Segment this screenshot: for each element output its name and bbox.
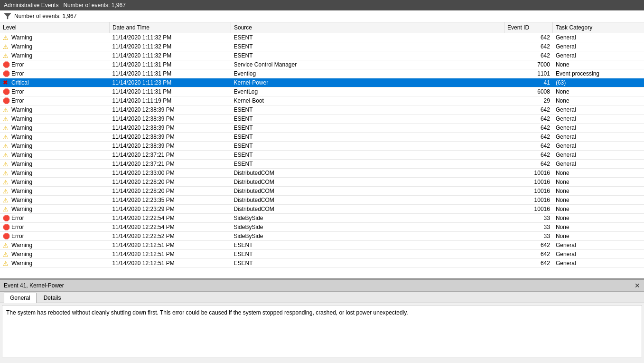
level-label: Warning bbox=[11, 124, 32, 131]
table-row[interactable]: Warning11/14/2020 12:23:29 PMDistributed… bbox=[0, 205, 644, 214]
level-label: Warning bbox=[11, 170, 32, 176]
taskcategory-cell: None bbox=[553, 187, 644, 196]
eventid-cell: 10016 bbox=[504, 187, 553, 196]
table-row[interactable]: Warning11/14/2020 12:28:20 PMDistributed… bbox=[0, 187, 644, 196]
table-row[interactable]: Warning11/14/2020 12:37:21 PMESENT642Gen… bbox=[0, 151, 644, 160]
table-row[interactable]: Warning11/14/2020 1:11:32 PMESENT642Gene… bbox=[0, 33, 644, 42]
level-cell: Error bbox=[0, 69, 109, 78]
source-cell: EventLog bbox=[231, 87, 504, 96]
filter-icon[interactable] bbox=[4, 12, 11, 20]
warning-icon bbox=[3, 251, 9, 258]
level-label: Warning bbox=[11, 52, 32, 59]
datetime-cell: 11/14/2020 12:22:52 PM bbox=[109, 232, 231, 241]
level-cell: Warning bbox=[0, 33, 109, 42]
datetime-cell: 11/14/2020 1:11:19 PM bbox=[109, 96, 231, 105]
eventid-cell: 10016 bbox=[504, 169, 553, 178]
level-cell: Warning bbox=[0, 133, 109, 142]
datetime-cell: 11/14/2020 1:11:32 PM bbox=[109, 33, 231, 42]
error-icon bbox=[3, 233, 9, 239]
taskcategory-cell: General bbox=[553, 241, 644, 250]
col-header-taskcategory[interactable]: Task Category bbox=[553, 22, 644, 33]
level-label: Error bbox=[11, 88, 24, 95]
taskcategory-cell: General bbox=[553, 51, 644, 60]
table-row[interactable]: Error11/14/2020 1:11:31 PMEventLog6008No… bbox=[0, 87, 644, 96]
table-row[interactable]: Warning11/14/2020 12:12:51 PMESENT642Gen… bbox=[0, 250, 644, 259]
table-row[interactable]: Warning11/14/2020 12:38:39 PMESENT642Gen… bbox=[0, 142, 644, 151]
table-row[interactable]: Error11/14/2020 12:22:54 PMSideBySide33N… bbox=[0, 214, 644, 223]
level-label: Warning bbox=[11, 260, 32, 267]
datetime-cell: 11/14/2020 1:11:32 PM bbox=[109, 42, 231, 51]
col-header-source[interactable]: Source bbox=[231, 22, 504, 33]
col-header-eventid[interactable]: Event ID bbox=[504, 22, 553, 33]
table-row[interactable]: Error11/14/2020 1:11:19 PMKernel-Boot29N… bbox=[0, 96, 644, 105]
table-row[interactable]: Warning11/14/2020 12:28:20 PMDistributed… bbox=[0, 178, 644, 187]
table-row[interactable]: Warning11/14/2020 12:37:21 PMESENT642Gen… bbox=[0, 160, 644, 169]
eventid-cell: 642 bbox=[504, 151, 553, 160]
source-cell: SideBySide bbox=[231, 223, 504, 232]
level-cell: Error bbox=[0, 232, 109, 241]
error-icon bbox=[3, 224, 9, 230]
title-bar-count: Number of events: 1,967 bbox=[63, 2, 125, 9]
level-cell: Warning bbox=[0, 105, 109, 115]
table-row[interactable]: Warning11/14/2020 12:38:39 PMESENT642Gen… bbox=[0, 124, 644, 133]
warning-icon bbox=[3, 197, 9, 203]
filter-bar: Number of events: 1,967 bbox=[0, 10, 644, 22]
warning-icon bbox=[3, 152, 9, 158]
table-row[interactable]: Warning11/14/2020 12:38:39 PMESENT642Gen… bbox=[0, 133, 644, 142]
datetime-cell: 11/14/2020 12:23:29 PM bbox=[109, 205, 231, 214]
detail-panel: Event 41, Kernel-Power ✕ General Details… bbox=[0, 279, 644, 363]
eventid-cell: 642 bbox=[504, 259, 553, 268]
source-cell: ESENT bbox=[231, 42, 504, 51]
source-cell: ESENT bbox=[231, 105, 504, 115]
source-cell: ESENT bbox=[231, 33, 504, 42]
table-row[interactable]: Error11/14/2020 1:11:31 PMService Contro… bbox=[0, 60, 644, 69]
source-cell: SideBySide bbox=[231, 214, 504, 223]
source-cell: ESENT bbox=[231, 250, 504, 259]
eventid-cell: 642 bbox=[504, 33, 553, 42]
level-label: Warning bbox=[11, 34, 32, 41]
table-row[interactable]: Warning11/14/2020 12:12:51 PMESENT642Gen… bbox=[0, 259, 644, 268]
source-cell: DistributedCOM bbox=[231, 187, 504, 196]
taskcategory-cell: None bbox=[553, 205, 644, 214]
source-cell: ESENT bbox=[231, 259, 504, 268]
datetime-cell: 11/14/2020 1:11:32 PM bbox=[109, 51, 231, 60]
table-row[interactable]: Warning11/14/2020 12:23:35 PMDistributed… bbox=[0, 196, 644, 205]
level-cell: Warning bbox=[0, 250, 109, 259]
datetime-cell: 11/14/2020 1:11:31 PM bbox=[109, 69, 231, 78]
datetime-cell: 11/14/2020 12:38:39 PM bbox=[109, 133, 231, 142]
warning-icon bbox=[3, 260, 9, 267]
warning-icon bbox=[3, 206, 9, 212]
taskcategory-cell: None bbox=[553, 223, 644, 232]
datetime-cell: 11/14/2020 12:28:20 PM bbox=[109, 187, 231, 196]
level-cell: Warning bbox=[0, 42, 109, 51]
eventid-cell: 642 bbox=[504, 105, 553, 115]
datetime-cell: 11/14/2020 12:22:54 PM bbox=[109, 214, 231, 223]
col-header-level[interactable]: Level bbox=[0, 22, 109, 33]
level-label: Warning bbox=[11, 188, 32, 194]
tab-details[interactable]: Details bbox=[37, 293, 67, 303]
table-row[interactable]: Error11/14/2020 12:22:54 PMSideBySide33N… bbox=[0, 223, 644, 232]
table-row[interactable]: Error11/14/2020 12:22:52 PMSideBySide33N… bbox=[0, 232, 644, 241]
level-cell: Error bbox=[0, 223, 109, 232]
taskcategory-cell: Event processing bbox=[553, 69, 644, 78]
warning-icon bbox=[3, 134, 9, 140]
table-row[interactable]: Error11/14/2020 1:11:31 PMEventlog1101Ev… bbox=[0, 69, 644, 78]
table-row[interactable]: Warning11/14/2020 12:12:51 PMESENT642Gen… bbox=[0, 241, 644, 250]
warning-icon bbox=[3, 124, 9, 131]
level-cell: Error bbox=[0, 96, 109, 105]
table-row[interactable]: Warning11/14/2020 1:11:32 PMESENT642Gene… bbox=[0, 51, 644, 60]
close-icon[interactable]: ✕ bbox=[635, 282, 640, 289]
level-cell: Warning bbox=[0, 169, 109, 178]
col-header-datetime[interactable]: Date and Time bbox=[109, 22, 231, 33]
table-row[interactable]: Warning11/14/2020 12:33:00 PMDistributed… bbox=[0, 169, 644, 178]
tab-general[interactable]: General bbox=[4, 293, 37, 303]
taskcategory-cell: General bbox=[553, 115, 644, 124]
level-cell: Warning bbox=[0, 205, 109, 214]
table-row[interactable]: Warning11/14/2020 12:38:39 PMESENT642Gen… bbox=[0, 115, 644, 124]
table-row[interactable]: Warning11/14/2020 1:11:32 PMESENT642Gene… bbox=[0, 42, 644, 51]
table-row[interactable]: Warning11/14/2020 12:38:39 PMESENT642Gen… bbox=[0, 105, 644, 115]
source-cell: ESENT bbox=[231, 160, 504, 169]
source-cell: DistributedCOM bbox=[231, 205, 504, 214]
level-cell: Critical bbox=[0, 78, 109, 87]
table-row[interactable]: Critical11/14/2020 1:11:23 PMKernel-Powe… bbox=[0, 78, 644, 87]
